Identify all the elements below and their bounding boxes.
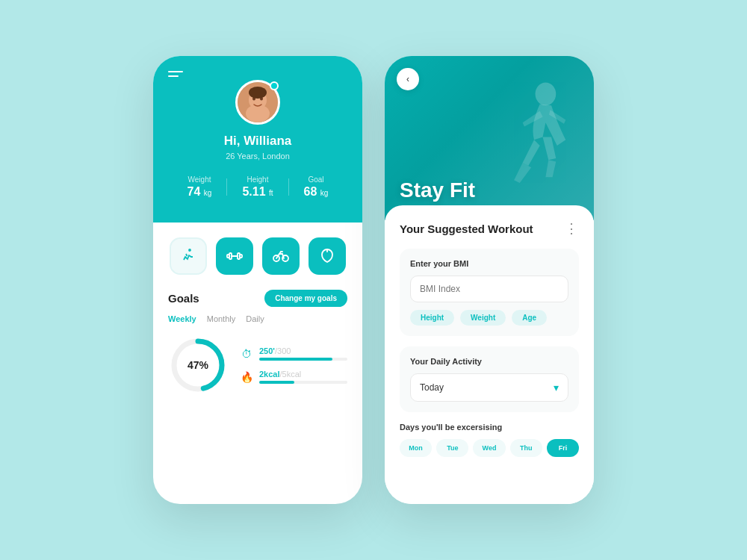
running-button[interactable]	[170, 237, 207, 275]
bike-button[interactable]	[262, 237, 300, 275]
left-phone: Hi, Williana 26 Years, London Weight 74 …	[153, 56, 362, 504]
time-metric: ⏱ 250'/300	[240, 346, 347, 361]
day-mon[interactable]: Mon	[400, 439, 432, 457]
stat-goal: Goal 68 kg	[304, 175, 329, 199]
time-progress-bg	[259, 358, 347, 361]
stats-row: Weight 74 kg Height 5.11 ft Goal 68 kg	[180, 175, 336, 199]
days-label: Days you'll be excersising	[400, 423, 579, 432]
day-fri[interactable]: Fri	[547, 439, 579, 457]
menu-icon[interactable]	[168, 71, 183, 77]
day-wed[interactable]: Wed	[473, 439, 505, 457]
bmi-input[interactable]	[410, 276, 568, 302]
stat-height-value: 5.11 ft	[242, 185, 273, 199]
hero-figure	[467, 71, 594, 220]
weights-button[interactable]	[216, 237, 253, 275]
time-values: 250'/300	[259, 346, 347, 355]
user-sub-info: 26 Years, London	[226, 152, 290, 161]
tab-weekly[interactable]: Weekly	[168, 314, 196, 323]
stat-weight-label: Weight	[187, 175, 212, 184]
hero-section: ‹ Stay Fit	[385, 56, 594, 220]
goals-section: Goals Change my goals Weekly Monthly Dai…	[153, 282, 362, 504]
metrics-column: ⏱ 250'/300 🔥	[240, 346, 347, 384]
stat-weight: Weight 74 kg	[187, 175, 212, 199]
svg-point-2	[246, 105, 270, 122]
more-options-icon[interactable]: ⋮	[565, 220, 579, 237]
back-button[interactable]: ‹	[397, 68, 419, 90]
age-tag[interactable]: Age	[512, 310, 547, 326]
bmi-section: Enter your BMI Height Weight Age	[400, 249, 579, 336]
nutrition-button[interactable]	[309, 237, 346, 275]
avatar-wrap	[235, 80, 280, 125]
stat-height-label: Height	[242, 175, 273, 184]
time-progress-fill	[259, 358, 332, 361]
svg-point-15	[536, 82, 557, 105]
stat-goal-value: 68 kg	[304, 185, 329, 199]
fire-icon: 🔥	[240, 371, 253, 383]
bmi-label: Enter your BMI	[410, 259, 568, 268]
calorie-progress-bg	[259, 381, 347, 384]
bmi-tags: Height Weight Age	[410, 310, 568, 326]
height-tag[interactable]: Height	[410, 310, 454, 326]
stat-goal-label: Goal	[304, 175, 329, 184]
goals-tabs: Weekly Monthly Daily	[168, 314, 347, 323]
bottom-sheet: Your Suggested Workout ⋮ Enter your BMI …	[385, 205, 594, 504]
greeting-text: Hi, Williana	[224, 134, 292, 149]
sheet-header: Your Suggested Workout ⋮	[400, 220, 579, 237]
days-section: Days you'll be excersising Mon Tue Wed T…	[400, 423, 579, 457]
tab-monthly[interactable]: Monthly	[207, 314, 236, 323]
weight-tag[interactable]: Weight	[460, 310, 506, 326]
hero-title: Stay Fit	[400, 178, 475, 202]
activity-select-value: Today	[420, 382, 444, 393]
time-icon: ⏱	[240, 348, 253, 360]
right-phone: ‹ Stay Fit Your Suggested Workout ⋮ Ente…	[385, 56, 594, 504]
change-goals-button[interactable]: Change my goals	[264, 290, 347, 307]
day-tue[interactable]: Tue	[436, 439, 468, 457]
tab-daily[interactable]: Daily	[246, 314, 264, 323]
sheet-title: Your Suggested Workout	[400, 223, 533, 235]
day-thu[interactable]: Thu	[510, 439, 542, 457]
calorie-values: 2kcal/5kcal	[259, 370, 347, 379]
left-header: Hi, Williana 26 Years, London Weight 74 …	[153, 56, 362, 223]
activity-select[interactable]: Today ▾	[410, 373, 568, 402]
stat-weight-value: 74 kg	[187, 185, 212, 199]
activity-label: Your Daily Activity	[410, 357, 568, 366]
goals-content: 47% ⏱ 250'/300	[168, 335, 347, 395]
stat-height: Height 5.11 ft	[242, 175, 273, 199]
svg-point-5	[249, 87, 267, 99]
calorie-progress-fill	[259, 381, 294, 384]
activity-section: Your Daily Activity Today ▾	[400, 346, 579, 412]
circular-progress: 47%	[168, 335, 228, 395]
progress-percent: 47%	[187, 359, 208, 371]
calorie-info: 2kcal/5kcal	[259, 370, 347, 384]
app-container: Hi, Williana 26 Years, London Weight 74 …	[0, 26, 747, 534]
goals-title: Goals	[168, 292, 199, 305]
calorie-metric: 🔥 2kcal/5kcal	[240, 370, 347, 384]
time-info: 250'/300	[259, 346, 347, 361]
days-row: Mon Tue Wed Thu Fri	[400, 439, 579, 457]
chevron-down-icon: ▾	[554, 382, 559, 393]
activity-icon-row	[153, 223, 362, 282]
online-dot	[270, 81, 279, 90]
goals-header: Goals Change my goals	[168, 290, 347, 307]
